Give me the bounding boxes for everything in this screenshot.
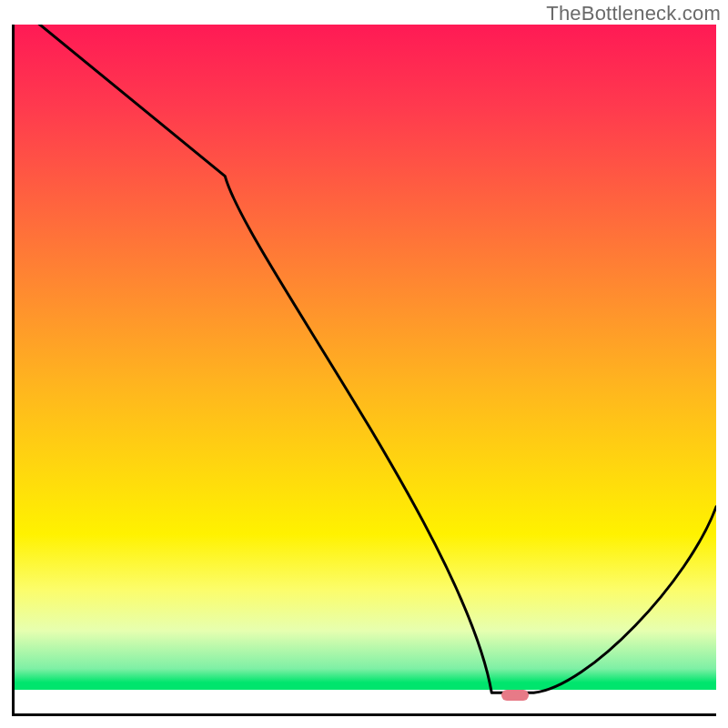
optimum-marker: [501, 690, 529, 701]
curve-svg: [15, 25, 716, 713]
bottleneck-curve-path: [15, 25, 716, 693]
watermark-text: TheBottleneck.com: [546, 2, 721, 25]
plot-area: [12, 25, 716, 716]
chart-stage: TheBottleneck.com: [0, 0, 728, 728]
